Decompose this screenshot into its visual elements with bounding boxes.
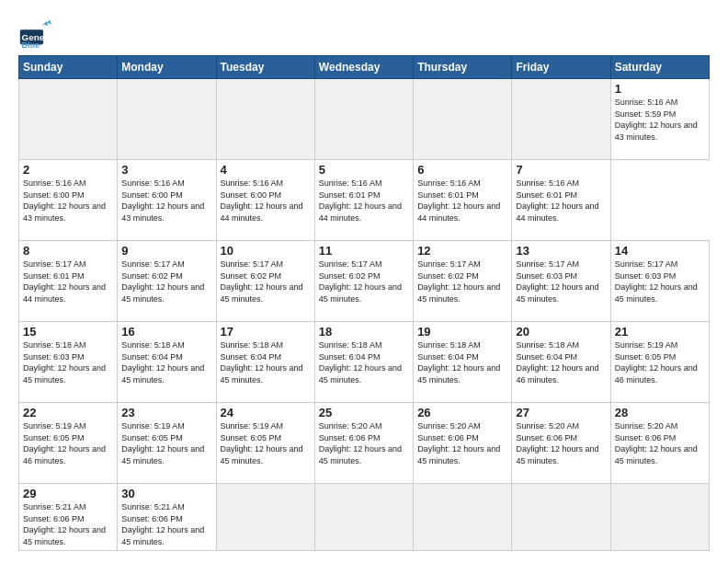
day-cell-26: 26 Sunrise: 5:20 AMSunset: 6:06 PMDaylig… bbox=[414, 403, 512, 484]
cell-info: Sunrise: 5:16 AMSunset: 5:59 PMDaylight:… bbox=[615, 97, 705, 143]
day-cell-1: 1 Sunrise: 5:16 AMSunset: 5:59 PMDayligh… bbox=[610, 79, 709, 160]
weekday-saturday: Saturday bbox=[610, 56, 709, 79]
empty-cell bbox=[512, 79, 610, 160]
day-cell-2: 2 Sunrise: 5:16 AMSunset: 6:00 PMDayligh… bbox=[19, 160, 118, 241]
cell-info: Sunrise: 5:18 AMSunset: 6:04 PMDaylight:… bbox=[121, 339, 211, 385]
day-cell-5: 5 Sunrise: 5:16 AMSunset: 6:01 PMDayligh… bbox=[314, 160, 413, 241]
day-number: 1 bbox=[615, 82, 705, 96]
day-cell-8: 8 Sunrise: 5:17 AMSunset: 6:01 PMDayligh… bbox=[19, 241, 118, 322]
day-number: 20 bbox=[516, 325, 606, 339]
cell-info: Sunrise: 5:17 AMSunset: 6:02 PMDaylight:… bbox=[221, 259, 311, 304]
week-row-6: 29 Sunrise: 5:21 AMSunset: 6:06 PMDaylig… bbox=[19, 484, 710, 551]
day-number: 14 bbox=[615, 244, 705, 258]
day-number: 13 bbox=[516, 244, 606, 258]
cell-info: Sunrise: 5:17 AMSunset: 6:02 PMDaylight:… bbox=[319, 259, 409, 304]
cell-info: Sunrise: 5:17 AMSunset: 6:03 PMDaylight:… bbox=[615, 259, 705, 304]
cell-info: Sunrise: 5:16 AMSunset: 6:01 PMDaylight:… bbox=[516, 178, 606, 224]
day-cell-24: 24 Sunrise: 5:19 AMSunset: 6:05 PMDaylig… bbox=[216, 403, 314, 484]
weekday-tuesday: Tuesday bbox=[216, 56, 314, 79]
empty-cell bbox=[216, 79, 314, 160]
cell-info: Sunrise: 5:20 AMSunset: 6:06 PMDaylight:… bbox=[319, 420, 409, 466]
day-number: 22 bbox=[23, 406, 113, 419]
empty-cell bbox=[118, 79, 216, 160]
empty-cell bbox=[610, 484, 709, 551]
empty-cell bbox=[314, 79, 413, 160]
day-number: 23 bbox=[121, 406, 211, 419]
day-number: 8 bbox=[23, 244, 113, 258]
day-cell-23: 23 Sunrise: 5:19 AMSunset: 6:05 PMDaylig… bbox=[118, 403, 216, 484]
day-number: 19 bbox=[417, 325, 507, 339]
week-row-1: 1 Sunrise: 5:16 AMSunset: 5:59 PMDayligh… bbox=[19, 79, 710, 160]
empty-cell bbox=[414, 79, 512, 160]
cell-info: Sunrise: 5:16 AMSunset: 6:01 PMDaylight:… bbox=[319, 178, 409, 224]
day-cell-22: 22 Sunrise: 5:19 AMSunset: 6:05 PMDaylig… bbox=[19, 403, 118, 484]
empty-cell bbox=[216, 484, 314, 551]
cell-info: Sunrise: 5:18 AMSunset: 6:04 PMDaylight:… bbox=[516, 339, 606, 385]
day-number: 7 bbox=[516, 163, 606, 177]
day-cell-7: 7 Sunrise: 5:16 AMSunset: 6:01 PMDayligh… bbox=[512, 160, 610, 241]
day-number: 24 bbox=[221, 406, 311, 419]
day-number: 28 bbox=[615, 406, 705, 419]
week-row-4: 15 Sunrise: 5:18 AMSunset: 6:03 PMDaylig… bbox=[19, 322, 710, 403]
day-cell-28: 28 Sunrise: 5:20 AMSunset: 6:06 PMDaylig… bbox=[610, 403, 709, 484]
day-number: 21 bbox=[615, 325, 705, 339]
day-cell-6: 6 Sunrise: 5:16 AMSunset: 6:01 PMDayligh… bbox=[414, 160, 512, 241]
day-cell-30: 30 Sunrise: 5:21 AMSunset: 6:06 PMDaylig… bbox=[118, 484, 216, 551]
weekday-monday: Monday bbox=[118, 56, 216, 79]
day-cell-4: 4 Sunrise: 5:16 AMSunset: 6:00 PMDayligh… bbox=[216, 160, 314, 241]
empty-cell bbox=[414, 484, 512, 551]
day-cell-19: 19 Sunrise: 5:18 AMSunset: 6:04 PMDaylig… bbox=[414, 322, 512, 403]
day-cell-25: 25 Sunrise: 5:20 AMSunset: 6:06 PMDaylig… bbox=[314, 403, 413, 484]
day-cell-18: 18 Sunrise: 5:18 AMSunset: 6:04 PMDaylig… bbox=[314, 322, 413, 403]
day-number: 2 bbox=[23, 163, 113, 177]
day-number: 10 bbox=[221, 244, 311, 258]
svg-marker-3 bbox=[41, 21, 48, 26]
page: General Blue SundayMondayTuesdayWednesda… bbox=[0, 0, 728, 563]
day-cell-20: 20 Sunrise: 5:18 AMSunset: 6:04 PMDaylig… bbox=[512, 322, 610, 403]
calendar: SundayMondayTuesdayWednesdayThursdayFrid… bbox=[18, 55, 710, 551]
day-number: 15 bbox=[23, 325, 113, 339]
day-number: 26 bbox=[417, 406, 507, 419]
weekday-header: SundayMondayTuesdayWednesdayThursdayFrid… bbox=[19, 56, 710, 79]
day-number: 6 bbox=[417, 163, 507, 177]
svg-text:Blue: Blue bbox=[22, 40, 40, 48]
cell-info: Sunrise: 5:16 AMSunset: 6:00 PMDaylight:… bbox=[121, 178, 211, 224]
empty-cell bbox=[314, 484, 413, 551]
cell-info: Sunrise: 5:17 AMSunset: 6:01 PMDaylight:… bbox=[23, 259, 113, 304]
cell-info: Sunrise: 5:20 AMSunset: 6:06 PMDaylight:… bbox=[417, 420, 507, 466]
weekday-sunday: Sunday bbox=[19, 56, 118, 79]
cell-info: Sunrise: 5:17 AMSunset: 6:02 PMDaylight:… bbox=[121, 259, 211, 304]
empty-cell bbox=[512, 484, 610, 551]
calendar-body: 1 Sunrise: 5:16 AMSunset: 5:59 PMDayligh… bbox=[19, 79, 710, 551]
day-cell-27: 27 Sunrise: 5:20 AMSunset: 6:06 PMDaylig… bbox=[512, 403, 610, 484]
day-cell-16: 16 Sunrise: 5:18 AMSunset: 6:04 PMDaylig… bbox=[118, 322, 216, 403]
day-cell-13: 13 Sunrise: 5:17 AMSunset: 6:03 PMDaylig… bbox=[512, 241, 610, 322]
cell-info: Sunrise: 5:18 AMSunset: 6:04 PMDaylight:… bbox=[319, 339, 409, 385]
cell-info: Sunrise: 5:20 AMSunset: 6:06 PMDaylight:… bbox=[615, 420, 705, 466]
logo: General Blue bbox=[18, 15, 51, 48]
cell-info: Sunrise: 5:18 AMSunset: 6:04 PMDaylight:… bbox=[417, 339, 507, 385]
day-cell-17: 17 Sunrise: 5:18 AMSunset: 6:04 PMDaylig… bbox=[216, 322, 314, 403]
cell-info: Sunrise: 5:21 AMSunset: 6:06 PMDaylight:… bbox=[23, 501, 113, 547]
cell-info: Sunrise: 5:19 AMSunset: 6:05 PMDaylight:… bbox=[23, 420, 113, 466]
cell-info: Sunrise: 5:18 AMSunset: 6:04 PMDaylight:… bbox=[221, 339, 311, 385]
day-number: 29 bbox=[23, 487, 113, 500]
day-number: 18 bbox=[319, 325, 409, 339]
day-number: 30 bbox=[121, 487, 211, 500]
cell-info: Sunrise: 5:16 AMSunset: 6:01 PMDaylight:… bbox=[417, 178, 507, 224]
day-number: 11 bbox=[319, 244, 409, 258]
day-number: 12 bbox=[417, 244, 507, 258]
day-number: 27 bbox=[516, 406, 606, 419]
day-cell-9: 9 Sunrise: 5:17 AMSunset: 6:02 PMDayligh… bbox=[118, 241, 216, 322]
day-number: 5 bbox=[319, 163, 409, 177]
header: General Blue bbox=[18, 15, 710, 48]
day-number: 9 bbox=[121, 244, 211, 258]
weekday-thursday: Thursday bbox=[414, 56, 512, 79]
day-number: 4 bbox=[221, 163, 311, 177]
cell-info: Sunrise: 5:17 AMSunset: 6:03 PMDaylight:… bbox=[516, 259, 606, 304]
day-number: 17 bbox=[221, 325, 311, 339]
cell-info: Sunrise: 5:18 AMSunset: 6:03 PMDaylight:… bbox=[23, 339, 113, 385]
cell-info: Sunrise: 5:20 AMSunset: 6:06 PMDaylight:… bbox=[516, 420, 606, 466]
week-row-5: 22 Sunrise: 5:19 AMSunset: 6:05 PMDaylig… bbox=[19, 403, 710, 484]
empty-cell bbox=[19, 79, 118, 160]
